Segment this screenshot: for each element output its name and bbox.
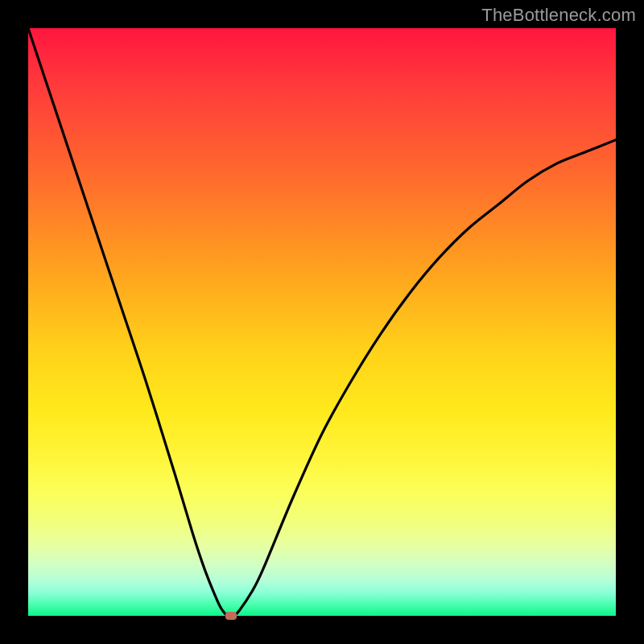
bottleneck-curve [28, 28, 616, 616]
plot-area [28, 28, 616, 616]
bottleneck-marker [225, 612, 237, 620]
curve-svg [28, 28, 616, 616]
watermark-text: TheBottleneck.com [481, 5, 636, 26]
chart-frame: TheBottleneck.com [0, 0, 644, 644]
